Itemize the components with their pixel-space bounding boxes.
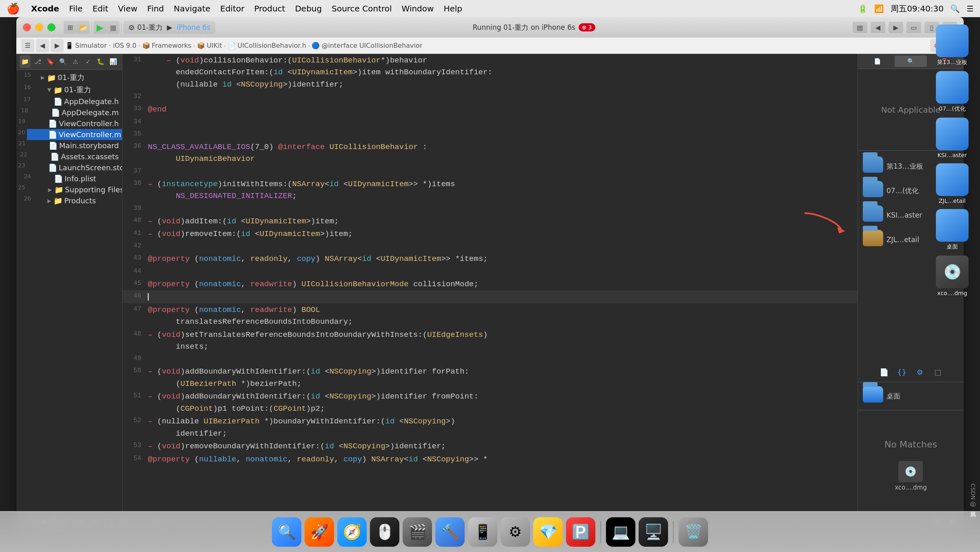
sidebar-item-launch-storyboard[interactable]: 📄 LaunchScreen.storyboard xyxy=(27,162,122,173)
minimize-button[interactable] xyxy=(35,23,43,31)
dock-sketch[interactable]: 💎 xyxy=(533,517,563,547)
sidebar-item-project[interactable]: ▶ 📁 01-重力 xyxy=(33,71,122,84)
dock-safari[interactable]: 🧭 xyxy=(337,517,367,547)
menu-debug[interactable]: Debug xyxy=(295,4,322,13)
menubar-search-icon[interactable]: 🔍 xyxy=(950,4,960,13)
code-line-40: 40 – (void)addItem:(id <UIDynamicItem>)i… xyxy=(122,215,858,227)
sidebar-icon-search[interactable]: 🔍 xyxy=(58,56,69,68)
desktop-icon-3[interactable]: KSI…aster xyxy=(928,118,977,158)
code-editor[interactable]: 31 – (void)collisionBehavior:(UICollisio… xyxy=(122,54,858,512)
sidebar-item-viewcontroller-m[interactable]: 📄 ViewController.m xyxy=(27,129,122,140)
breadcrumb-interface[interactable]: 🔵 @interface UICollisionBehavior xyxy=(312,42,422,49)
rp-braces-icon[interactable]: {} xyxy=(895,365,909,378)
rp-doc-icon[interactable]: 📄 xyxy=(878,365,891,378)
desktop-folder-4-label: ZJL…etail xyxy=(939,198,966,204)
sidebar-icon-bookmark[interactable]: 🔖 xyxy=(45,56,56,68)
dock-settings[interactable]: ⚙️ xyxy=(501,517,530,547)
rp-dmg-item[interactable]: 💿 xco....dmg xyxy=(895,461,927,491)
sidebar-item-viewcontroller-h[interactable]: 📄 ViewController.h xyxy=(27,118,122,129)
dock-simulator[interactable]: 📱 xyxy=(468,517,497,547)
menu-file[interactable]: File xyxy=(69,4,82,13)
breadcrumb-uikit[interactable]: 📦 UIKit xyxy=(197,42,222,49)
sidebar-icon-folder[interactable]: 📁 xyxy=(20,56,31,68)
navigator-button[interactable]: 📂 xyxy=(77,21,90,34)
sidebar-item-appdelegate-m[interactable]: 📄 AppDelegate.m xyxy=(30,107,122,118)
error-badge[interactable]: ⊗ 3 xyxy=(579,23,595,31)
code-line-46[interactable]: 46 xyxy=(122,290,858,303)
maximize-button[interactable] xyxy=(47,23,56,31)
menu-window[interactable]: Window xyxy=(402,4,434,13)
dock-monitor[interactable]: 🖥️ xyxy=(639,517,668,547)
desktop-icon-5[interactable]: 桌面 xyxy=(928,209,977,251)
rp-folder-5[interactable]: 桌面 xyxy=(858,383,964,409)
desktop-folder-4-img xyxy=(936,163,969,196)
breadcrumb-forward[interactable]: ▶ xyxy=(51,39,64,52)
content-53: – (void)removeBoundaryWithIdentifier:(id… xyxy=(148,440,853,452)
sidebar-icon-report[interactable]: 📊 xyxy=(108,56,119,68)
menu-product[interactable]: Product xyxy=(254,4,285,13)
menu-editor[interactable]: Editor xyxy=(220,4,244,13)
desktop-folder-2-label: 07…(优化 xyxy=(939,105,965,113)
sidebar-item-products[interactable]: ▶ 📁 Products xyxy=(33,195,122,206)
view-forward[interactable]: ▶ xyxy=(889,22,903,33)
menubar-right: 🔋 📶 周五09:40:30 🔍 ☰ xyxy=(858,3,973,14)
layout-1[interactable]: ▭ xyxy=(906,22,921,33)
sidebar-item-main-storyboard[interactable]: 📄 Main.storyboard xyxy=(27,140,122,151)
sidebar-icon-test[interactable]: ✓ xyxy=(82,56,94,68)
desktop-folder-1-img xyxy=(936,24,969,57)
run-button[interactable]: ▶ xyxy=(94,21,107,34)
sidebar-icon-warning[interactable]: ⚠ xyxy=(70,56,81,68)
gutter-51: 51 xyxy=(127,390,148,401)
menubar-menu-icon[interactable]: ☰ xyxy=(967,4,973,13)
sidebar-item-appdelegate-h[interactable]: 📄 AppDelegate.h xyxy=(32,96,122,107)
dock-finder[interactable]: 🔍 xyxy=(272,517,301,547)
rp-tab-inspector[interactable]: 🔍 xyxy=(895,56,927,67)
sidebar-icon-git[interactable]: ⎇ xyxy=(32,56,43,68)
dock-xcode[interactable]: 🔨 xyxy=(435,517,465,547)
menu-find[interactable]: Find xyxy=(147,4,164,13)
sidebar-item-assets[interactable]: 📄 Assets.xcassets xyxy=(29,151,122,162)
sidebar-toggle-button[interactable]: ⊞ xyxy=(64,21,77,34)
menu-xcode[interactable]: Xcode xyxy=(31,4,59,13)
gutter-49: 49 xyxy=(127,353,148,364)
breadcrumb-frameworks[interactable]: 📦 Frameworks xyxy=(142,42,192,49)
code-line-47: 47 @property (nonatomic, readwrite) BOOL… xyxy=(122,303,858,328)
menu-view[interactable]: View xyxy=(118,4,137,13)
desktop-icon-2[interactable]: 07…(优化 xyxy=(928,71,977,113)
sidebar-icon-debug[interactable]: 🐛 xyxy=(95,56,106,68)
rp-settings-icon[interactable]: ⚙ xyxy=(913,365,927,378)
content-50: – (void)addBoundaryWithIdentifier:(id <N… xyxy=(148,365,853,390)
dock-terminal[interactable]: 💻 xyxy=(606,517,635,547)
dock-launchpad[interactable]: 🚀 xyxy=(305,517,334,547)
dock-mousepose[interactable]: 🖱️ xyxy=(370,517,399,547)
rp-square-icon[interactable]: □ xyxy=(931,365,944,378)
breadcrumb-file[interactable]: 📄 UICollisionBehavior.h xyxy=(228,42,306,49)
dock-trash[interactable]: 🗑️ xyxy=(679,517,708,547)
stop-button[interactable]: ■ xyxy=(107,21,120,34)
close-button[interactable] xyxy=(23,23,31,31)
sidebar-item-info-plist[interactable]: 📄 Info.plist xyxy=(33,173,122,184)
apple-menu[interactable]: 🍎 xyxy=(7,2,20,15)
dock-pockity[interactable]: 🅿️ xyxy=(566,517,595,547)
content-40: – (void)addItem:(id <UIDynamicItem>)item… xyxy=(148,215,853,227)
rp-tab-file[interactable]: 📄 xyxy=(861,56,893,67)
breadcrumb-back[interactable]: ◀ xyxy=(36,39,49,52)
menu-edit[interactable]: Edit xyxy=(92,4,108,13)
content-34 xyxy=(148,116,853,117)
desktop-icon-6[interactable]: 💿 xco....dmg xyxy=(928,256,977,296)
code-scroll[interactable]: 31 – (void)collisionBehavior:(UICollisio… xyxy=(122,54,858,512)
menu-source-control[interactable]: Source Control xyxy=(332,4,392,13)
desktop-icon-1[interactable]: 第13…业板 xyxy=(928,24,977,66)
breadcrumb-simulator[interactable]: 📱 Simulator · iOS 9.0 xyxy=(65,42,136,49)
sidebar-item-subfolder[interactable]: ▼ 📁 01-重力 xyxy=(33,84,122,96)
view-back[interactable]: ◀ xyxy=(871,22,885,33)
code-line-45: 45 @property (nonatomic, readwrite) UICo… xyxy=(122,278,858,290)
sidebar-item-supporting-files[interactable]: ▶ 📁 Supporting Files xyxy=(27,184,122,195)
sidebar-icon[interactable]: ☰ xyxy=(21,39,34,52)
view-toggle-1[interactable]: ▤ xyxy=(853,22,867,33)
menu-navigate[interactable]: Navigate xyxy=(174,4,211,13)
device-selector[interactable]: ⚙ 01-重力 ▶ iPhone 6s xyxy=(123,21,215,34)
dock-video[interactable]: 🎬 xyxy=(403,517,432,547)
menu-help[interactable]: Help xyxy=(443,4,462,13)
desktop-icon-4[interactable]: ZJL…etail xyxy=(928,163,977,204)
